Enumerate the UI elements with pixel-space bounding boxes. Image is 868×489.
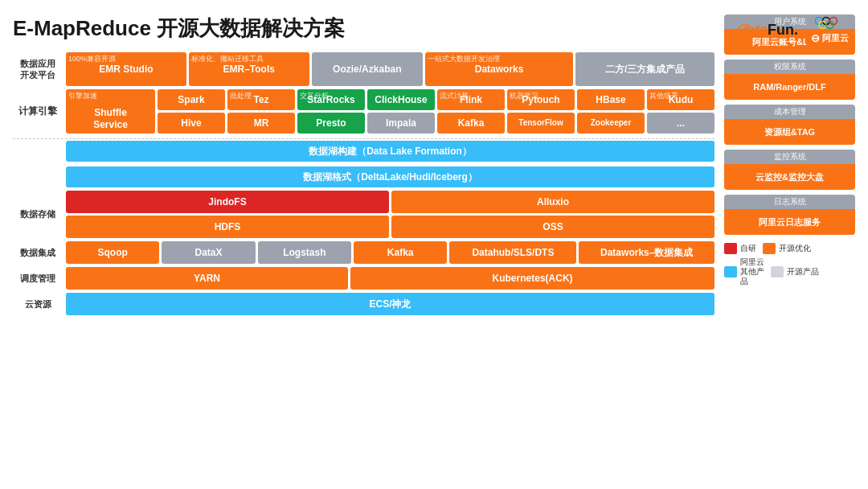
cells-compute-r1: Spark 批处理 Tez 交互分析 StarRocks — [158, 89, 714, 110]
right-item-log: 日志系统 阿里云日志服务 — [724, 195, 855, 235]
content-data-app: 100%兼容开源 EMR Studio 标准化、搬站迁移工具 EMR–Tools… — [66, 52, 714, 86]
label-data-app: 数据应用开发平台 — [13, 52, 63, 86]
left-panel: E-MapReduce 开源大数据解决方案 数据应用开发平台 100%兼容开源 … — [13, 14, 714, 481]
row-data-app: 数据应用开发平台 100%兼容开源 EMR Studio 标准化、搬站迁移工具 … — [13, 52, 714, 86]
cell-impala: Impala — [367, 113, 435, 134]
right-item-cost: 成本管理 资源组&TAG — [724, 105, 855, 145]
cell-clickhouse: ClickHouse — [367, 89, 435, 110]
legend-label-kaiyuan: 开源产品 — [787, 266, 819, 277]
cell-shuffle: 引擎加速 Shuffle Service — [66, 89, 155, 134]
content-compute: 引擎加速 Shuffle Service Spark 批处理 Tez — [66, 89, 714, 134]
cells-storage-top: JindoFS Alluxio — [66, 191, 714, 213]
cell-kubernetes: Kubernetes(ACK) — [350, 267, 714, 290]
olympic-rings — [814, 13, 846, 29]
legend-label-aliyun-other: 阿里云其他产品 — [740, 257, 764, 286]
legend-box-red — [724, 243, 737, 254]
cells-data-app: 100%兼容开源 EMR Studio 标准化、搬站迁移工具 EMR–Tools… — [66, 52, 714, 86]
legend-ziyuan: 自研 — [724, 243, 756, 254]
bar-datalake-formation: 数据湖构建（Data Lake Formation） — [66, 141, 714, 162]
cell-kafka-int: Kafka — [354, 241, 447, 264]
tag-kudu: 其他场景 — [649, 91, 678, 101]
cell-ecs: ECS/神龙 — [66, 293, 714, 315]
right-panel: 用户系统 阿里云账号&LDAP 权限系统 RAM/Ranger/DLF 成本管理… — [714, 14, 855, 481]
right-body-perm: RAM/Ranger/DLF — [724, 74, 855, 100]
cell-oss: OSS — [391, 216, 714, 238]
cell-dataworks: 一站式大数据开发治理 Dataworks — [425, 52, 573, 86]
legend-kaiyuan: 开源产品 — [771, 266, 819, 277]
legend-row-1: 自研 开源优化 — [724, 243, 855, 254]
right-header-perm: 权限系统 — [724, 60, 855, 74]
tag-starrocks: 交互分析 — [300, 91, 329, 101]
tag-tez: 批处理 — [230, 91, 252, 101]
label-datalake — [13, 141, 63, 187]
content-datalake: 数据湖构建（Data Lake Formation） 数据湖格式（DeltaLa… — [66, 141, 714, 187]
label-integration: 数据集成 — [13, 241, 63, 264]
cell-tez: 批处理 Tez — [227, 89, 295, 110]
cell-jindofs: JindoFS — [66, 191, 389, 213]
legend-label-ziyuan: 自研 — [740, 243, 756, 254]
label-storage: 数据存储 — [13, 191, 63, 238]
legend-box-blue — [724, 266, 737, 277]
label-cloud: 云资源 — [13, 293, 63, 315]
cell-yarn: YARN — [66, 267, 348, 290]
cells-integration: Sqoop DataX Logstash Kafka Datahub/SLS/D — [66, 241, 714, 264]
right-body-monitor: 云监控&监控大盘 — [724, 164, 855, 190]
cell-hdfs: HDFS — [66, 216, 389, 238]
tag-emr-tools: 标准化、搬站迁移工具 — [191, 54, 264, 64]
cell-dataworks-int: Dataworks–数据集成 — [579, 241, 714, 264]
legend-row-2: 阿里云其他产品 开源产品 — [724, 257, 855, 286]
cell-dots: ... — [647, 113, 714, 134]
legend-box-gray — [771, 266, 784, 277]
row-storage: 数据存储 JindoFS Alluxio HDFS — [13, 191, 714, 238]
content-scheduling: YARN Kubernetes(ACK) — [66, 267, 714, 290]
row-datalake: 数据湖构建（Data Lake Formation） 数据湖格式（DeltaLa… — [13, 138, 714, 187]
cell-flink: 流式计算 Flink — [437, 89, 505, 110]
datafun-logo: 𝒟ataFun. — [735, 20, 798, 39]
cells-cloud: ECS/神龙 — [66, 293, 714, 315]
cell-zookeeper: Zookeeper — [577, 113, 645, 134]
cell-logstash: Logstash — [258, 241, 351, 264]
legend-area: 自研 开源优化 阿里云其他产品 开源产品 — [724, 243, 855, 286]
right-body-log: 阿里云日志服务 — [724, 209, 855, 235]
cell-datax: DataX — [162, 241, 255, 264]
main-container: 𝒟ataFun. ⊖ 阿里云 E-MapReduce 开源大数据解决方案 — [0, 0, 868, 489]
tag-shuffle: 引擎加速 — [68, 91, 97, 101]
cell-tensorflow: TensorFlow — [507, 113, 575, 134]
cells-compute-top: 引擎加速 Shuffle Service Spark 批处理 Tez — [66, 89, 714, 134]
legend-kaiyuan-opt: 开源优化 — [763, 243, 811, 254]
grid-table: 数据应用开发平台 100%兼容开源 EMR Studio 标准化、搬站迁移工具 … — [13, 52, 714, 481]
cells-compute-r2: Hive MR Presto Impala — [158, 113, 714, 134]
header-logos: 𝒟ataFun. ⊖ 阿里云 — [735, 13, 854, 46]
aliyun-badge: ⊖ 阿里云 — [806, 31, 854, 46]
legend-label-kaiyuan-opt: 开源优化 — [779, 243, 811, 254]
cell-starrocks: 交互分析 StarRocks — [297, 89, 365, 110]
bar-datalake-format: 数据湖格式（DeltaLake/Hudi/Iceberg） — [66, 166, 714, 187]
right-item-perm: 权限系统 RAM/Ranger/DLF — [724, 60, 855, 100]
row-compute: 计算引擎 引擎加速 Shuffle Service Spark — [13, 89, 714, 134]
legend-aliyun-other: 阿里云其他产品 — [724, 257, 764, 286]
cell-presto: Presto — [297, 113, 365, 134]
tag-flink: 流式计算 — [440, 91, 469, 101]
cell-mr: MR — [227, 113, 295, 134]
label-compute: 计算引擎 — [13, 89, 63, 134]
cell-datahub: Datahub/SLS/DTS — [449, 241, 576, 264]
aliyun-logo: ⊖ 阿里云 — [806, 13, 854, 46]
right-body-cost: 资源组&TAG — [724, 119, 855, 145]
tag-dataworks: 一站式大数据开发治理 — [428, 54, 500, 64]
aliyun-text: 阿里云 — [822, 32, 849, 44]
cell-emr-studio: 100%兼容开源 EMR Studio — [66, 52, 186, 86]
legend-box-orange — [763, 243, 776, 254]
cells-scheduling: YARN Kubernetes(ACK) — [66, 267, 714, 290]
right-item-monitor: 监控系统 云监控&监控大盘 — [724, 150, 855, 190]
cell-oozie: Oozie/Azkaban — [312, 52, 423, 86]
cell-kudu: 其他场景 Kudu — [647, 89, 714, 110]
tag-emr-studio: 100%兼容开源 — [68, 54, 116, 64]
cell-sqoop: Sqoop — [66, 241, 159, 264]
cell-pytouch: 机器学习 Pytouch — [507, 89, 575, 110]
row-integration: 数据集成 Sqoop DataX Logstash Kafka — [13, 241, 714, 264]
right-header-monitor: 监控系统 — [724, 150, 855, 164]
content-storage: JindoFS Alluxio HDFS OSS — [66, 191, 714, 238]
aliyun-icon: ⊖ — [811, 32, 820, 44]
label-scheduling: 调度管理 — [13, 267, 63, 290]
row-cloud: 云资源 ECS/神龙 — [13, 293, 714, 315]
